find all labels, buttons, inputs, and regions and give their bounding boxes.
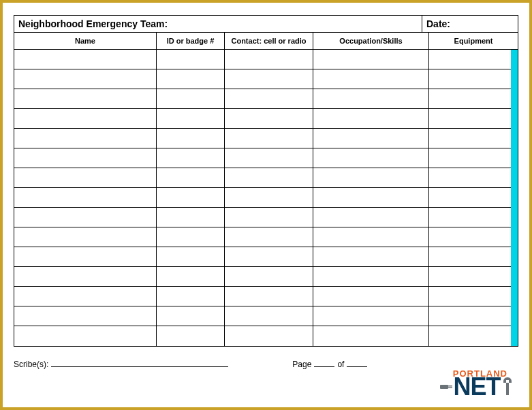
table-cell xyxy=(429,287,518,306)
table-cell xyxy=(429,129,518,148)
form-page: Neighborhood Emergency Team: Date: Name … xyxy=(3,3,529,407)
table-cell xyxy=(313,326,429,346)
table-cell xyxy=(429,306,518,326)
table-row xyxy=(14,50,518,69)
col-header-occupation: Occupation/Skills xyxy=(313,33,429,49)
table-cell xyxy=(313,287,429,306)
table-cell xyxy=(429,227,518,247)
table-cell xyxy=(225,247,313,266)
table-cell xyxy=(313,188,429,207)
table-cell xyxy=(313,50,429,69)
table-cell xyxy=(14,267,157,286)
table-row xyxy=(14,267,518,287)
table-cell xyxy=(225,227,313,247)
table-cell xyxy=(157,129,225,148)
table-cell xyxy=(225,287,313,306)
table-cell xyxy=(14,326,157,346)
data-table-area xyxy=(14,49,518,347)
table-cell xyxy=(429,168,518,187)
table-row xyxy=(14,227,518,247)
table-cell xyxy=(225,89,313,108)
table-cell xyxy=(225,326,313,346)
team-label-cell: Neighborhood Emergency Team: xyxy=(14,16,422,32)
table-cell xyxy=(14,89,157,108)
table-cell xyxy=(225,50,313,69)
table-cell xyxy=(225,129,313,148)
table-cell xyxy=(157,188,225,207)
table-cell xyxy=(429,148,518,168)
of-label: of xyxy=(337,360,344,369)
table-cell xyxy=(157,208,225,227)
table-row xyxy=(14,287,518,306)
logo-main-text: NET xyxy=(454,375,501,399)
table-cell xyxy=(14,188,157,207)
table-cell xyxy=(157,109,225,128)
scribe-label: Scribe(s): xyxy=(14,360,48,369)
table-row xyxy=(14,326,518,346)
table-cell xyxy=(157,267,225,286)
table-cell xyxy=(157,287,225,306)
header-row: Neighborhood Emergency Team: Date: xyxy=(14,15,518,32)
table-cell xyxy=(429,267,518,286)
table-cell xyxy=(429,326,518,346)
table-cell xyxy=(313,247,429,266)
table-cell xyxy=(225,208,313,227)
table-cell xyxy=(14,50,157,69)
table-cell xyxy=(313,267,429,286)
table-cell xyxy=(429,50,518,69)
table-cell xyxy=(14,129,157,148)
table-cell xyxy=(225,168,313,187)
table-cell xyxy=(313,306,429,326)
table-cell xyxy=(14,109,157,128)
accent-stripe xyxy=(511,50,518,346)
col-header-contact: Contact: cell or radio xyxy=(225,33,313,49)
table-cell xyxy=(429,208,518,227)
column-header-row: Name ID or badge # Contact: cell or radi… xyxy=(14,32,518,49)
table-cell xyxy=(225,148,313,168)
col-header-id: ID or badge # xyxy=(157,33,225,49)
table-cell xyxy=(313,227,429,247)
table-cell xyxy=(429,109,518,128)
table-cell xyxy=(225,109,313,128)
table-row xyxy=(14,188,518,208)
scribe-blank-line xyxy=(51,359,228,367)
table-cell xyxy=(157,89,225,108)
table-cell xyxy=(157,247,225,266)
table-row xyxy=(14,109,518,129)
table-cell xyxy=(14,287,157,306)
data-rows-container xyxy=(14,50,518,346)
svg-rect-3 xyxy=(506,383,509,395)
page-total-blank xyxy=(347,359,367,367)
table-cell xyxy=(157,326,225,346)
table-row xyxy=(14,306,518,326)
table-cell xyxy=(313,129,429,148)
table-row xyxy=(14,148,518,168)
table-row xyxy=(14,129,518,148)
table-cell xyxy=(225,69,313,89)
table-cell xyxy=(225,267,313,286)
plug-icon xyxy=(439,379,454,394)
table-cell xyxy=(157,69,225,89)
wrench-icon xyxy=(501,376,514,398)
date-label-cell: Date: xyxy=(422,16,518,32)
table-cell xyxy=(429,188,518,207)
table-cell xyxy=(313,69,429,89)
table-cell xyxy=(14,69,157,89)
page-indicator: Page of xyxy=(292,359,367,369)
table-cell xyxy=(14,208,157,227)
table-cell xyxy=(225,306,313,326)
table-cell xyxy=(313,89,429,108)
date-label: Date: xyxy=(426,18,450,29)
table-row xyxy=(14,69,518,89)
svg-rect-0 xyxy=(440,385,448,389)
table-cell xyxy=(157,148,225,168)
table-cell xyxy=(313,168,429,187)
table-cell xyxy=(225,188,313,207)
table-cell xyxy=(157,50,225,69)
table-cell xyxy=(313,208,429,227)
table-cell xyxy=(14,148,157,168)
table-row xyxy=(14,168,518,188)
table-cell xyxy=(157,227,225,247)
table-cell xyxy=(429,247,518,266)
table-cell xyxy=(14,247,157,266)
